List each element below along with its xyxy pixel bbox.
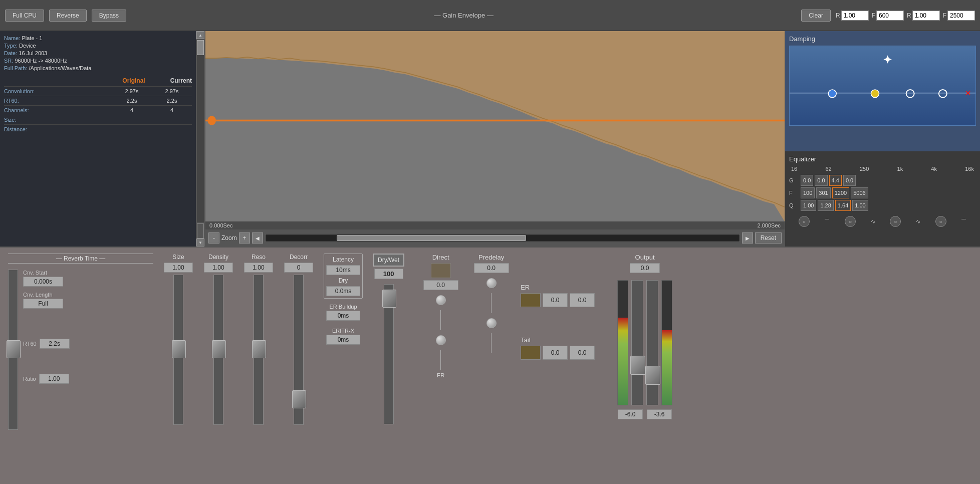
decorr-fader-thumb[interactable] xyxy=(292,390,306,408)
reverse-button[interactable]: Reverse xyxy=(49,10,87,22)
zoom-right-arrow[interactable]: ▶ xyxy=(742,232,753,244)
channels-current: 4 xyxy=(152,107,192,113)
convolution-original: 2.97s xyxy=(112,88,152,94)
predelay-er-knob[interactable] xyxy=(486,318,497,328)
tail-mix-title: Tail xyxy=(521,336,595,344)
eq-shape-wave-1: ∿ xyxy=(871,218,875,225)
eq-title: Equalizer xyxy=(789,155,976,163)
er-val1-input[interactable] xyxy=(543,293,568,307)
sr-label: SR: xyxy=(4,58,13,64)
eq-shape-btn-3[interactable]: ○ xyxy=(890,216,901,227)
eq-shape-btn-4[interactable]: ○ xyxy=(935,216,946,227)
output-meter-left-val[interactable] xyxy=(618,409,643,419)
output-fader-left[interactable] xyxy=(631,280,643,405)
decorr-value-input[interactable] xyxy=(284,263,313,273)
f1-input[interactable] xyxy=(876,11,904,21)
reso-value-input[interactable] xyxy=(244,263,273,273)
latency-input[interactable] xyxy=(326,265,360,275)
sr-row: SR: 96000Hz -> 48000Hz xyxy=(4,58,192,64)
er-buildup-input[interactable] xyxy=(326,311,360,321)
output-fader-right[interactable] xyxy=(646,280,658,405)
reverb-main-fader xyxy=(8,270,18,430)
direct-knob[interactable] xyxy=(436,295,446,305)
output-fader-right-thumb[interactable] xyxy=(645,366,660,385)
eq-f2[interactable]: 301 xyxy=(816,187,830,198)
er-val2-input[interactable] xyxy=(570,293,595,307)
zoom-slider-thumb[interactable] xyxy=(337,235,526,241)
eritr-input[interactable] xyxy=(326,335,360,345)
bypass-button[interactable]: Bypass xyxy=(92,10,126,22)
eq-g4[interactable]: 0.0 xyxy=(843,175,856,186)
eq-g3[interactable]: 4.4 xyxy=(829,175,842,186)
reverb-time-title: — Reverb Time — xyxy=(8,254,153,264)
output-fader-left-thumb[interactable] xyxy=(630,356,645,375)
eq-q4[interactable]: 1.00 xyxy=(852,200,868,211)
dry-wet-fader-track[interactable] xyxy=(384,284,394,424)
path-label: Full Path: xyxy=(4,65,27,71)
scroll-thumb[interactable] xyxy=(197,40,204,55)
eritr-group: ERITR-X xyxy=(326,328,360,345)
damping-display[interactable]: ✦ ✕ xyxy=(789,46,976,126)
waveform-display[interactable] xyxy=(205,31,785,221)
g-row-label: G xyxy=(789,177,799,183)
eq-f4[interactable]: 5006 xyxy=(851,187,868,198)
zoom-left-arrow[interactable]: ◀ xyxy=(252,232,263,244)
eq-g2[interactable]: 0.0 xyxy=(815,175,827,186)
r2-input[interactable] xyxy=(912,11,940,21)
cnv-length-input[interactable] xyxy=(23,299,63,309)
predelay-knob[interactable] xyxy=(486,278,497,288)
svg-point-3 xyxy=(207,116,216,125)
clear-button[interactable]: Clear xyxy=(801,10,831,22)
direct-value-input[interactable] xyxy=(423,280,458,290)
r1-input[interactable] xyxy=(841,11,869,21)
direct-er-knob[interactable] xyxy=(436,335,446,345)
reverb-fader-track[interactable] xyxy=(8,270,18,430)
density-value-input[interactable] xyxy=(204,263,233,273)
eq-q2[interactable]: 1.28 xyxy=(818,200,833,211)
eq-q1[interactable]: 1.00 xyxy=(801,200,816,211)
name-row: Name: Plate - 1 xyxy=(4,35,192,41)
f2-input[interactable] xyxy=(947,11,975,21)
eq-f3[interactable]: 1200 xyxy=(832,187,849,198)
eq-shape-btn-2[interactable]: ○ xyxy=(845,216,856,227)
cnv-start-input[interactable] xyxy=(23,277,63,287)
direct-icon xyxy=(431,263,451,278)
tail-val1-input[interactable] xyxy=(543,346,568,360)
dry-label: Dry xyxy=(339,277,348,284)
eq-q3[interactable]: 1.64 xyxy=(835,200,851,211)
output-meter-right-val[interactable] xyxy=(647,409,672,419)
tail-val2-input[interactable] xyxy=(570,346,595,360)
eq-f1[interactable]: 100 xyxy=(801,187,815,198)
distance-label: Distance: xyxy=(4,126,112,132)
scroll-down-arrow[interactable]: ▼ xyxy=(196,238,204,247)
er-mix-title: ER xyxy=(521,284,595,291)
size-fader-thumb[interactable] xyxy=(172,340,186,358)
dry-wet-value[interactable]: 100 xyxy=(374,269,403,279)
eq-shape-btn-1[interactable]: ○ xyxy=(799,216,810,227)
scroll-track[interactable] xyxy=(197,40,204,222)
scroll-up-arrow[interactable]: ▲ xyxy=(196,31,204,39)
output-value-input[interactable] xyxy=(630,263,660,273)
dry-wet-button[interactable]: Dry/Wet xyxy=(373,254,404,267)
output-meter-right-fill xyxy=(662,330,672,405)
zoom-plus-button[interactable]: + xyxy=(239,232,250,244)
density-fader-track[interactable] xyxy=(213,275,223,425)
reso-fader-track[interactable] xyxy=(254,275,264,425)
size-value-input[interactable] xyxy=(164,263,193,273)
dry-wet-fader-thumb[interactable] xyxy=(382,290,396,308)
zoom-slider-track[interactable] xyxy=(265,234,740,242)
f2-label: F xyxy=(943,12,946,19)
decorr-fader-track[interactable] xyxy=(294,275,304,425)
eq-g1[interactable]: 0.0 xyxy=(801,175,813,186)
reverb-fader-thumb[interactable] xyxy=(7,340,21,358)
rt60-input[interactable] xyxy=(40,339,70,349)
reso-fader-thumb[interactable] xyxy=(252,340,266,358)
zoom-minus-button[interactable]: - xyxy=(208,232,219,244)
ratio-input[interactable] xyxy=(39,374,69,384)
reset-button[interactable]: Reset xyxy=(755,232,782,244)
dry-input[interactable] xyxy=(326,286,360,296)
density-fader-thumb[interactable] xyxy=(212,340,226,358)
size-fader-track[interactable] xyxy=(173,275,183,425)
predelay-value-input[interactable] xyxy=(474,263,509,273)
full-cpu-button[interactable]: Full CPU xyxy=(5,10,44,22)
